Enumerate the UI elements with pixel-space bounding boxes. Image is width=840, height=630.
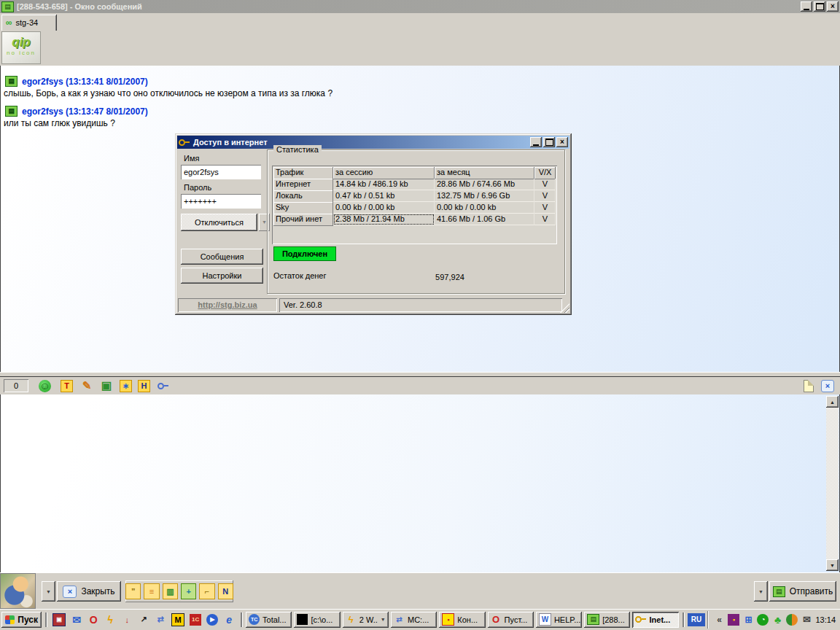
send-button[interactable]: ▤ Отправить bbox=[769, 581, 836, 602]
opera-icon[interactable]: O bbox=[88, 614, 99, 626]
font-format-icon[interactable]: T bbox=[61, 380, 73, 392]
traffic-table: Трафик за сессию за месяц V/X Интернет 1… bbox=[272, 166, 557, 244]
tab-stg-34[interactable]: ∞ stg-34 bbox=[1, 15, 57, 31]
cell-session[interactable]: 14.84 kb / 486.19 kb bbox=[333, 179, 435, 190]
restore-button[interactable] bbox=[814, 1, 825, 12]
row-header-sky[interactable]: Sky bbox=[273, 202, 333, 214]
dialog-maximize-button[interactable] bbox=[543, 137, 555, 147]
special-char-icon[interactable]: ∗ bbox=[120, 380, 132, 392]
cmd-icon bbox=[297, 614, 308, 625]
taskbar-button-message-window[interactable]: ▤ [288... bbox=[584, 612, 630, 628]
clipboard-icon[interactable]: ⌐ bbox=[199, 583, 214, 599]
dialog-minimize-button[interactable] bbox=[530, 137, 542, 147]
new-message-icon[interactable] bbox=[802, 379, 815, 392]
column-header-session[interactable]: за сессию bbox=[333, 167, 435, 179]
close-x-icon: × bbox=[63, 586, 77, 598]
mail-client-icon[interactable]: ✉ bbox=[71, 614, 82, 626]
password-field[interactable] bbox=[181, 194, 261, 209]
taskbar: Пуск ▣ ✉ O ϟ ↓ ↗ ⇄ M 1С ▶ e TC Total... … bbox=[0, 609, 840, 630]
taskbar-button-console2[interactable]: ▪ Кон... bbox=[439, 612, 485, 628]
contact-header: qip no icon Имя: 76-058-555 i Email: Mir… bbox=[0, 31, 840, 66]
cell-month[interactable]: 28.86 Mb / 674.66 Mb bbox=[435, 179, 534, 190]
qip-clover-icon[interactable]: ♣ bbox=[771, 614, 783, 626]
remote-desktop-icon[interactable]: ⇄ bbox=[155, 614, 166, 626]
splitter[interactable] bbox=[0, 372, 840, 377]
notes-icon[interactable]: ≡ bbox=[144, 583, 159, 599]
language-indicator[interactable]: RU bbox=[688, 613, 706, 626]
scrollbar-track[interactable] bbox=[826, 408, 839, 559]
save-icon[interactable]: ▣ bbox=[100, 379, 113, 392]
mail-tray-icon[interactable]: ✉ bbox=[801, 614, 812, 626]
own-avatar-image bbox=[0, 573, 36, 609]
column-header-month[interactable]: за месяц bbox=[435, 167, 534, 179]
start-button[interactable]: Пуск bbox=[1, 612, 42, 628]
main-window-titlebar[interactable]: ▤ [288-543-658] - Окно сообщений × bbox=[0, 0, 840, 13]
close-options-dropdown[interactable]: ▼ bbox=[42, 581, 55, 602]
color-paint-icon[interactable]: ✎ bbox=[80, 379, 93, 392]
media-player-icon[interactable]: ▶ bbox=[206, 614, 218, 626]
cell-vx[interactable]: V bbox=[534, 190, 556, 202]
taskbar-button-inet-active[interactable]: Inet... bbox=[632, 612, 678, 628]
tray-expand-icon[interactable]: « bbox=[713, 614, 725, 626]
cell-month[interactable]: 132.75 Mb / 6.96 Gb bbox=[435, 190, 534, 202]
winamp-icon[interactable]: ϟ bbox=[104, 614, 116, 626]
window-card-icon: ▤ bbox=[1, 1, 14, 12]
batman-icon[interactable]: M bbox=[171, 613, 184, 626]
column-header-vx[interactable]: V/X bbox=[534, 167, 556, 179]
column-header-traffic[interactable]: Трафик bbox=[273, 167, 333, 179]
globe-tray-icon[interactable] bbox=[786, 614, 798, 626]
cell-month[interactable]: 41.66 Mb / 1.06 Gb bbox=[435, 214, 534, 225]
quote-icon[interactable]: ” bbox=[125, 583, 141, 599]
cell-vx[interactable]: V bbox=[534, 202, 556, 214]
message-text: слышь, Борь, а как я узнаю что оно отклю… bbox=[4, 88, 836, 98]
notes-n-icon[interactable]: N bbox=[218, 583, 233, 599]
cell-session-focused[interactable]: 2.38 Mb / 21.94 Mb bbox=[333, 214, 435, 225]
internet-explorer-icon[interactable]: e bbox=[223, 614, 235, 626]
wrench-icon[interactable]: + bbox=[181, 583, 196, 599]
row-header-other-inet[interactable]: Прочий инет bbox=[273, 214, 333, 226]
smiley-picker-icon[interactable]: ☺ bbox=[39, 380, 51, 392]
clock-tray-icon[interactable]: ◔ bbox=[757, 614, 769, 626]
message-header: ▤ egor2fsys (13:13:47 8/01/2007) bbox=[5, 106, 836, 117]
website-link[interactable]: http://stg.biz.ua bbox=[198, 300, 257, 309]
close-button[interactable]: × Закрыть bbox=[57, 581, 121, 602]
close-tab-icon[interactable]: × bbox=[821, 379, 834, 392]
history-icon[interactable]: H bbox=[138, 380, 150, 392]
input-scrollbar[interactable]: ▲ ▼ bbox=[826, 396, 839, 571]
send-key-icon[interactable] bbox=[156, 379, 169, 392]
cell-vx[interactable]: V bbox=[534, 179, 556, 190]
cell-session[interactable]: 0.00 kb / 0.00 kb bbox=[333, 202, 435, 214]
network-tray-icon[interactable]: ⊞ bbox=[742, 614, 754, 626]
cell-month[interactable]: 0.00 kb / 0.00 kb bbox=[435, 202, 534, 214]
taskbar-button-word[interactable]: W HELP... bbox=[536, 612, 582, 628]
telescope-icon[interactable]: ↗ bbox=[138, 614, 149, 626]
dialog-titlebar[interactable]: Доступ в интернет × bbox=[177, 136, 569, 149]
page-select-icon[interactable]: ▥ bbox=[163, 583, 178, 599]
taskbar-button-opera[interactable]: O Пуст... bbox=[488, 612, 534, 628]
send-options-dropdown[interactable]: ▼ bbox=[754, 581, 768, 602]
taskbar-button-console[interactable]: [c:\o... bbox=[294, 612, 340, 628]
restore-icon bbox=[816, 3, 824, 10]
row-header-local[interactable]: Локаль bbox=[273, 190, 333, 203]
message-input-area[interactable]: ▲ ▼ bbox=[0, 394, 840, 572]
tray-app-icon[interactable]: ▪ bbox=[728, 614, 739, 626]
cell-vx[interactable]: V bbox=[534, 214, 556, 225]
floppy-save-icon[interactable]: ▣ bbox=[52, 613, 66, 626]
row-header-internet[interactable]: Интернет bbox=[273, 179, 333, 191]
dialog-close-button[interactable]: × bbox=[556, 137, 568, 147]
login-field[interactable] bbox=[181, 165, 261, 179]
cell-session[interactable]: 0.47 kb / 0.51 kb bbox=[333, 190, 435, 202]
settings-button[interactable]: Настройки bbox=[181, 268, 263, 284]
scroll-up-button[interactable]: ▲ bbox=[826, 396, 839, 408]
minimize-button[interactable] bbox=[801, 1, 812, 12]
taskbar-button-totalcmd[interactable]: TC Total... bbox=[246, 612, 292, 628]
disconnect-button[interactable]: Отключиться bbox=[181, 214, 257, 231]
messages-button[interactable]: Сообщения bbox=[181, 249, 263, 265]
compose-toolbar: 0 ☺ T ✎ ▣ ∗ H × bbox=[0, 377, 840, 394]
download-master-icon[interactable]: ↓ bbox=[121, 614, 133, 626]
close-button[interactable]: × bbox=[827, 1, 839, 12]
1c-icon[interactable]: 1С bbox=[190, 614, 201, 626]
taskbar-button-winamp-group[interactable]: ϟ 2 W.. ▼ bbox=[343, 612, 389, 628]
scroll-down-button[interactable]: ▼ bbox=[826, 559, 839, 571]
taskbar-button-mc[interactable]: ⇄ MC:... bbox=[391, 612, 437, 628]
